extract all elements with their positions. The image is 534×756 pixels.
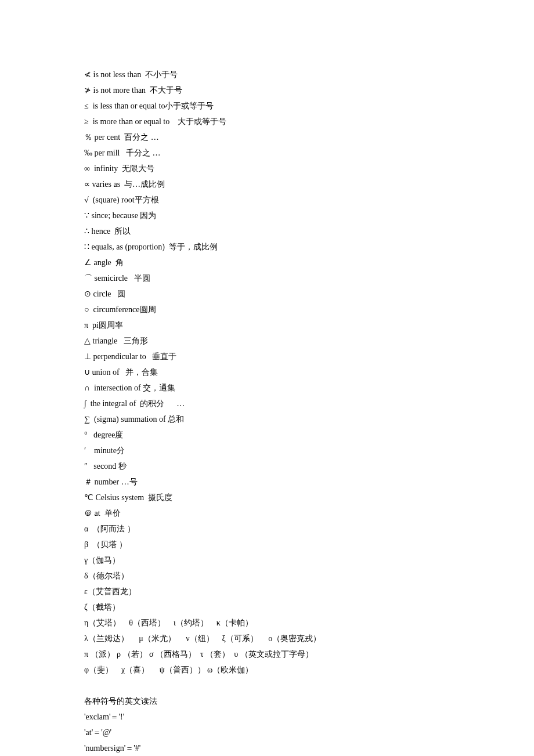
symbol-line: ζ（截塔） bbox=[84, 599, 450, 615]
blank-line bbox=[84, 678, 450, 693]
symbol-line: π （派） ρ （若） σ （西格马） τ （套） υ （英文或拉丁字母） bbox=[84, 646, 450, 662]
reading-line: 'at'＝'@' bbox=[84, 725, 450, 740]
symbol-line: ＠ at 单价 bbox=[84, 505, 450, 521]
symbol-line: π pi圆周率 bbox=[84, 317, 450, 333]
symbol-line: ⌒ semicircle 半圆 bbox=[84, 270, 450, 286]
symbol-line: ℃ Celsius system 摄氏度 bbox=[84, 490, 450, 505]
symbol-line: α （阿而法 ） bbox=[84, 521, 450, 537]
symbol-line: ⊥ perpendicular to 垂直于 bbox=[84, 349, 450, 364]
symbol-line: ≯ is not more than 不大于号 bbox=[84, 82, 450, 98]
symbol-line: η（艾塔） θ（西塔） ι（约塔） κ（卡帕） bbox=[84, 615, 450, 631]
symbol-line: ∠ angle 角 bbox=[84, 255, 450, 270]
symbol-line: ′ minute分 bbox=[84, 443, 450, 458]
symbol-line: ‰ per mill 千分之 … bbox=[84, 145, 450, 161]
symbol-line: ∩ intersection of 交，通集 bbox=[84, 380, 450, 396]
symbol-line: ＃ number …号 bbox=[84, 474, 450, 490]
symbol-line: ％ per cent 百分之 … bbox=[84, 129, 450, 145]
symbol-line: ∞ infinity 无限大号 bbox=[84, 161, 450, 176]
symbol-line: ∑ (sigma) summation of 总和 bbox=[84, 411, 450, 427]
symbol-line: ≮ is not less than 不小于号 bbox=[84, 67, 450, 82]
symbol-line: φ（斐） χ（喜） ψ（普西）） ω（欧米伽） bbox=[84, 662, 450, 678]
symbol-line: √ (square) root平方根 bbox=[84, 192, 450, 208]
symbol-line: ∪ union of 并，合集 bbox=[84, 364, 450, 380]
symbol-line: λ（兰姆达） μ（米尤） ν（纽） ξ（可系） ο（奥密克戎） bbox=[84, 631, 450, 646]
symbol-line: ≥ is more than or equal to 大于或等于号 bbox=[84, 114, 450, 129]
symbol-line: δ（德尔塔） bbox=[84, 568, 450, 584]
symbol-line: ∴ hence 所以 bbox=[84, 223, 450, 239]
symbol-line: γ（伽马） bbox=[84, 552, 450, 568]
symbol-line: ∝ varies as 与…成比例 bbox=[84, 176, 450, 192]
symbol-line: ≤ is less than or equal to小于或等于号 bbox=[84, 98, 450, 114]
symbol-line: ∫ the integral of 的积分 … bbox=[84, 396, 450, 411]
symbol-line: △ triangle 三角形 bbox=[84, 333, 450, 349]
symbol-line: ∷ equals, as (proportion) 等于，成比例 bbox=[84, 239, 450, 255]
document-page: ≮ is not less than 不小于号 ≯ is not more th… bbox=[0, 0, 534, 756]
symbol-line: ○ circumference圆周 bbox=[84, 302, 450, 317]
reading-line: 'exclam'＝'!' bbox=[84, 709, 450, 725]
symbol-line: ∵ since; because 因为 bbox=[84, 208, 450, 223]
symbol-line: ° degree度 bbox=[84, 427, 450, 443]
section-title: 各种符号的英文读法 bbox=[84, 693, 450, 709]
symbol-line: ⊙ circle 圆 bbox=[84, 286, 450, 302]
symbol-line: ε（艾普西龙） bbox=[84, 584, 450, 599]
symbol-line: ″ second 秒 bbox=[84, 458, 450, 474]
symbol-line: β （贝塔 ） bbox=[84, 537, 450, 552]
reading-line: 'numbersign'＝'#' bbox=[84, 740, 450, 756]
